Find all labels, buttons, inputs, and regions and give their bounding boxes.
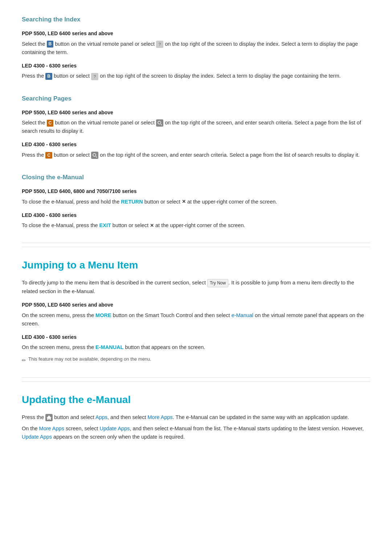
svg-rect-0 — [156, 119, 163, 127]
x-icon-2: ✕ — [150, 222, 154, 230]
subsection-title-led4300-close: LED 4300 - 6300 series — [22, 211, 370, 219]
subsection-title-led4300-index: LED 4300 - 6300 series — [22, 62, 370, 70]
paragraph-led4300-pages: Press the C button or select on the top … — [22, 151, 370, 159]
subsection-led4300-pages: LED 4300 - 6300 series Press the C butto… — [22, 140, 370, 159]
index-icon-2: ? — [91, 73, 98, 80]
section-closing-emanual: Closing the e-Manual PDP 5500, LED 6400,… — [22, 172, 370, 230]
paragraph-led4300-close: To close the e-Manual, press the EXIT bu… — [22, 221, 370, 230]
section-title-jumping-menu-item: Jumping to a Menu Item — [22, 247, 370, 274]
search-icon-2 — [91, 152, 98, 159]
divider-2 — [22, 377, 370, 378]
index-icon-1: ? — [156, 41, 163, 48]
emanual-button-label: E-MANUAL — [95, 344, 123, 350]
section-searching-index: Searching the Index PDP 5500, LED 6400 s… — [22, 15, 370, 81]
emanual-link[interactable]: e-Manual — [232, 312, 253, 318]
subsection-title-pdp5500-pages: PDP 5500, LED 6400 series and above — [22, 108, 370, 116]
section-searching-pages: Searching Pages PDP 5500, LED 6400 serie… — [22, 94, 370, 160]
section-updating-emanual: Updating the e-Manual Press the button a… — [22, 381, 370, 441]
update-apps-link-2[interactable]: Update Apps — [22, 434, 52, 440]
paragraph-pdp5500-close: To close the e-Manual, press and hold th… — [22, 198, 370, 206]
note-row-jumping: ✏ This feature may not be available, dep… — [22, 356, 370, 364]
subsection-led4300-jump: LED 4300 - 6300 series On the screen men… — [22, 333, 370, 352]
c-button-2: C — [45, 152, 52, 159]
paragraph-pdp5500-pages: Select the C button on the virtual remot… — [22, 119, 370, 135]
section-title-searching-index: Searching the Index — [22, 15, 370, 24]
subsection-title-pdp5500-index: PDP 5500, LED 6400 series and above — [22, 29, 370, 37]
subsection-pdp5500-close: PDP 5500, LED 6400, 6800 and 7050/7100 s… — [22, 187, 370, 206]
subsection-title-pdp5500-jump: PDP 5500, LED 6400 series and above — [22, 301, 370, 309]
b-button-1: B — [47, 41, 54, 48]
more-apps-link-2[interactable]: More Apps — [39, 426, 64, 431]
subsection-led4300-index: LED 4300 - 6300 series Press the B butto… — [22, 62, 370, 81]
apps-link-1[interactable]: Apps — [95, 414, 107, 420]
divider-1 — [22, 243, 370, 243]
exit-button-label: EXIT — [99, 222, 111, 228]
section-jumping-menu-item: Jumping to a Menu Item To directly jump … — [22, 247, 370, 364]
paragraph-led4300-index: Press the B button or select ? on the to… — [22, 72, 370, 80]
subsection-title-pdp5500-close: PDP 5500, LED 6400, 6800 and 7050/7100 s… — [22, 187, 370, 195]
subsection-led4300-close: LED 4300 - 6300 series To close the e-Ma… — [22, 211, 370, 230]
try-now-badge[interactable]: Try Now — [207, 279, 228, 287]
section-title-searching-pages: Searching Pages — [22, 94, 370, 103]
subsection-pdp5500-jump: PDP 5500, LED 6400 series and above On t… — [22, 301, 370, 328]
svg-rect-3 — [91, 152, 98, 159]
pencil-icon: ✏ — [22, 356, 26, 364]
paragraph-updating-1: Press the button and select Apps, and th… — [22, 413, 370, 422]
paragraph-led4300-jump: On the screen menu, press the E-MANUAL b… — [22, 343, 370, 352]
paragraph-pdp5500-jump: On the screen menu, press the MORE butto… — [22, 311, 370, 328]
c-button-1: C — [47, 120, 54, 127]
note-text-jumping: This feature may not be available, depen… — [28, 356, 151, 363]
subsection-title-led4300-pages: LED 4300 - 6300 series — [22, 140, 370, 148]
more-button-label: MORE — [95, 312, 111, 318]
subsection-pdp5500-index: PDP 5500, LED 6400 series and above Sele… — [22, 29, 370, 57]
section-title-updating-emanual: Updating the e-Manual — [22, 381, 370, 408]
return-button-label: RETURN — [121, 199, 143, 205]
subsection-pdp5500-pages: PDP 5500, LED 6400 series and above Sele… — [22, 108, 370, 136]
paragraph-intro-jumping: To directly jump to the menu item that i… — [22, 279, 370, 296]
paragraph-pdp5500-index: Select the B button on the virtual remot… — [22, 40, 370, 57]
section-title-closing-emanual: Closing the e-Manual — [22, 172, 370, 182]
subsection-title-led4300-jump: LED 4300 - 6300 series — [22, 333, 370, 341]
update-apps-link-1[interactable]: Update Apps — [99, 426, 130, 431]
paragraph-updating-2: On the More Apps screen, select Update A… — [22, 424, 370, 441]
home-icon — [45, 414, 53, 421]
more-apps-link-1[interactable]: More Apps — [147, 414, 172, 420]
search-icon-1 — [156, 119, 163, 127]
x-icon-1: ✕ — [182, 198, 186, 206]
b-button-2: B — [45, 73, 52, 80]
